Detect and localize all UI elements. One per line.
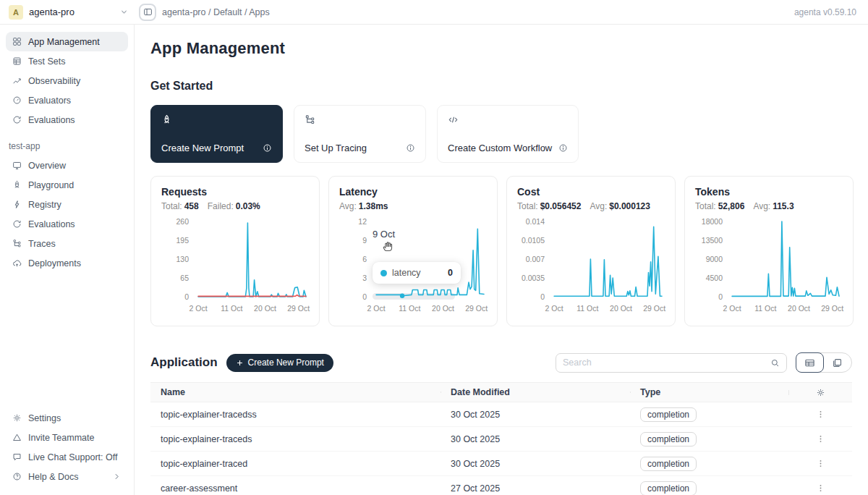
row-actions-button[interactable]: [814, 457, 827, 470]
dots-vertical-icon: [816, 410, 825, 419]
search-input[interactable]: [563, 358, 766, 368]
workspace-selector[interactable]: A agenta-pro: [9, 5, 129, 20]
get-started-title: Get Started: [150, 80, 852, 93]
column-header-date-modified[interactable]: Date Modified: [441, 387, 630, 397]
sidebar-section-label: test-app: [9, 141, 128, 151]
table-view-button[interactable]: [796, 352, 824, 373]
create-new-prompt-card[interactable]: Create New Prompt: [150, 105, 283, 163]
svg-text:20 Oct: 20 Oct: [254, 304, 276, 313]
svg-text:12: 12: [358, 217, 367, 226]
dots-vertical-icon: [816, 434, 825, 444]
sidebar-item-overview[interactable]: Overview: [6, 156, 128, 175]
search-icon[interactable]: [770, 358, 780, 368]
svg-text:9000: 9000: [706, 255, 723, 263]
dots-vertical-icon: [816, 483, 825, 493]
sidebar-item-evaluators[interactable]: Evaluators: [6, 90, 128, 110]
create-new-prompt-button[interactable]: Create New Prompt: [226, 354, 333, 372]
cost-line-chart[interactable]: 00.00350.0070.01050.0142 Oct11 Oct20 Oct…: [517, 216, 665, 324]
table-header-row: Name Date Modified Type: [150, 382, 852, 402]
stats-charts-row: Requests Total:458 Failed:0.03% 06513019…: [150, 176, 852, 326]
table-row[interactable]: career-assessment 27 Oct 2025 completion: [150, 476, 852, 495]
app-version: agenta v0.59.10: [794, 7, 856, 17]
svg-text:0: 0: [718, 292, 723, 301]
chevron-right-icon: [112, 472, 122, 481]
type-badge: completion: [640, 457, 697, 471]
page-title: App Management: [150, 39, 852, 58]
breadcrumb[interactable]: agenta-pro / Default / Apps: [162, 7, 270, 17]
create-custom-workflow-card[interactable]: Create Custom Workflow: [437, 105, 579, 163]
sidebar-item-app-evaluations[interactable]: Evaluations: [6, 214, 128, 234]
chevron-down-icon: [119, 7, 129, 17]
info-icon[interactable]: [406, 143, 415, 153]
workspace-name: agenta-pro: [29, 7, 114, 17]
sidebar-toggle-icon: [143, 7, 153, 17]
gear-icon: [12, 413, 22, 423]
table-row[interactable]: topic-explainer-traceds 30 Oct 2025 comp…: [150, 427, 852, 452]
tokens-line-chart[interactable]: 04500900013500180002 Oct11 Oct20 Oct29 O…: [695, 216, 843, 324]
svg-text:0: 0: [184, 292, 189, 301]
column-header-type[interactable]: Type: [630, 387, 788, 397]
info-icon[interactable]: [558, 143, 568, 153]
svg-text:2 Oct: 2 Oct: [545, 304, 563, 313]
sidebar-item-evaluations[interactable]: Evaluations: [6, 110, 128, 130]
grid-icon: [12, 37, 22, 46]
svg-text:20 Oct: 20 Oct: [788, 304, 810, 313]
svg-text:13500: 13500: [702, 236, 723, 245]
chart-line-icon: [12, 76, 22, 85]
sidebar-item-observability[interactable]: Observability: [6, 71, 128, 90]
help-circle-icon: [12, 472, 22, 481]
sidebar-item-deployments[interactable]: Deployments: [6, 253, 128, 273]
svg-text:195: 195: [176, 236, 189, 245]
svg-text:11 Oct: 11 Oct: [754, 304, 776, 313]
gauge-icon: [12, 96, 22, 105]
row-actions-button[interactable]: [814, 407, 827, 421]
table-settings-button[interactable]: [814, 386, 827, 399]
chart-title: Tokens: [695, 186, 843, 198]
type-badge: completion: [640, 432, 697, 447]
svg-text:29 Oct: 29 Oct: [643, 304, 665, 313]
chart-title: Cost: [517, 186, 665, 198]
sidebar-item-registry[interactable]: Registry: [6, 195, 128, 214]
gear-icon: [816, 388, 825, 397]
info-icon[interactable]: [263, 143, 272, 153]
sidebar-item-traces[interactable]: Traces: [6, 234, 128, 253]
sidebar-toggle-button[interactable]: [139, 4, 156, 21]
table-icon: [12, 56, 22, 66]
requests-line-chart[interactable]: 0651301952602 Oct11 Oct20 Oct29 Oct: [161, 216, 309, 324]
svg-text:4500: 4500: [706, 274, 723, 282]
svg-text:2 Oct: 2 Oct: [190, 304, 208, 313]
row-actions-button[interactable]: [814, 432, 827, 446]
sidebar-item-playground[interactable]: Playground: [6, 175, 128, 195]
svg-text:0: 0: [540, 292, 545, 301]
svg-text:0.007: 0.007: [526, 255, 545, 263]
row-actions-button[interactable]: [814, 481, 827, 495]
svg-text:130: 130: [176, 255, 189, 263]
svg-text:18000: 18000: [702, 217, 723, 226]
sidebar-item-settings[interactable]: Settings: [6, 408, 128, 428]
code-icon: [448, 114, 459, 125]
plus-icon: [236, 359, 244, 367]
card-view-button[interactable]: [823, 353, 851, 372]
sidebar-item-app-management[interactable]: App Management: [6, 32, 128, 51]
table-row[interactable]: topic-explainer-traced 30 Oct 2025 compl…: [150, 452, 852, 476]
table-row[interactable]: topic-explainer-tracedss 30 Oct 2025 com…: [150, 402, 852, 427]
tree-icon: [12, 239, 22, 248]
svg-text:29 Oct: 29 Oct: [821, 304, 843, 313]
column-header-name[interactable]: Name: [150, 387, 441, 397]
svg-text:2 Oct: 2 Oct: [367, 304, 386, 313]
sidebar: App Management Test Sets Observability E…: [0, 25, 135, 495]
sidebar-item-live-chat-support[interactable]: Live Chat Support: Off: [6, 447, 128, 467]
type-badge: completion: [640, 481, 697, 495]
svg-text:29 Oct: 29 Oct: [465, 304, 488, 313]
rocket-icon: [12, 180, 22, 190]
card-view-icon: [832, 358, 843, 368]
sidebar-item-invite-teammate[interactable]: Invite Teammate: [6, 428, 128, 447]
latency-chart-card: Latency Avg:1.38ms 0369122 Oct11 Oct20 O…: [328, 176, 498, 326]
set-up-tracing-card[interactable]: Set Up Tracing: [294, 105, 426, 163]
sidebar-item-help-docs[interactable]: Help & Docs: [6, 467, 128, 486]
svg-text:11 Oct: 11 Oct: [399, 304, 420, 313]
stat-failed: Failed:0.03%: [208, 201, 260, 211]
latency-line-chart[interactable]: 0369122 Oct11 Oct20 Oct29 Oct: [339, 216, 487, 324]
sidebar-item-test-sets[interactable]: Test Sets: [6, 51, 128, 71]
stat-avg: Avg:$0.000123: [590, 201, 650, 211]
